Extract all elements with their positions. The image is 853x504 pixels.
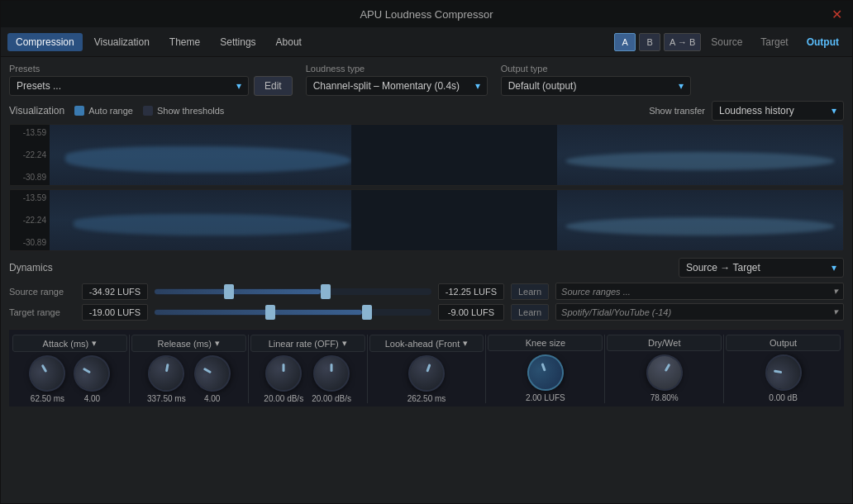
dry-wet-knob-1[interactable] — [640, 348, 689, 397]
linear-rate-knob-item-2: 20.00 dB/s — [312, 355, 351, 403]
waveform-bottom: -13.59 -22.24 -30.89 — [9, 189, 844, 251]
menu-bar: Compression Visualization Theme Settings… — [1, 27, 852, 57]
presets-select[interactable]: Presets ... ▾ — [9, 76, 249, 96]
show-thresholds-dot — [143, 106, 153, 116]
menu-item-settings[interactable]: Settings — [212, 33, 264, 51]
dry-wet-knob-row: 78.80% — [646, 354, 683, 402]
waveform-top-label-1: -13.59 — [13, 128, 46, 137]
knee-size-knob-row: 2.00 LUFS — [526, 354, 565, 402]
a-button[interactable]: A — [614, 33, 636, 51]
dynamics-mode-value: Source → Target — [686, 262, 760, 273]
dry-wet-knob-item-1: 78.80% — [646, 354, 683, 402]
knee-size-group: Knee size 2.00 LUFS — [488, 335, 603, 402]
menu-item-about[interactable]: About — [268, 33, 310, 51]
waveform-bottom-label-3: -30.89 — [13, 238, 46, 247]
target-ranges-select[interactable]: Spotify/Tidal/YouTube (-14) ▾ — [555, 303, 844, 321]
knee-size-value-1: 2.00 LUFS — [526, 393, 565, 402]
release-arrow-icon: ▾ — [215, 338, 220, 349]
output-knob-value-1: 0.00 dB — [769, 393, 797, 402]
source-range-slider[interactable] — [155, 288, 431, 295]
source-range-left-value[interactable]: -34.92 LUFS — [82, 283, 148, 300]
linear-rate-arrow-icon: ▾ — [342, 338, 347, 349]
source-range-right-value[interactable]: -12.25 LUFS — [438, 283, 504, 300]
dynamics-mode-select[interactable]: Source → Target ▾ — [679, 258, 844, 278]
target-range-left-value[interactable]: -19.00 LUFS — [82, 304, 148, 321]
attack-header[interactable]: Attack (ms) ▾ — [12, 335, 127, 352]
menu-item-theme[interactable]: Theme — [161, 33, 208, 51]
b-button[interactable]: B — [639, 33, 660, 51]
source-learn-button[interactable]: Learn — [511, 283, 549, 300]
auto-range-checkbox[interactable]: Auto range — [74, 106, 133, 116]
close-button[interactable]: ✕ — [832, 7, 842, 22]
source-ranges-placeholder: Source ranges ... — [561, 287, 631, 297]
loudness-history-value: Loudness history — [719, 105, 794, 116]
ab-arrow-button[interactable]: A → B — [664, 33, 701, 51]
waveform-bottom-labels: -13.59 -22.24 -30.89 — [10, 190, 50, 250]
linear-rate-knob-row: 20.00 dB/s 20.00 dB/s — [264, 355, 351, 403]
attack-knob-2[interactable] — [67, 349, 117, 398]
release-label: Release (ms) — [158, 339, 212, 349]
lookahead-knob-1[interactable] — [403, 350, 450, 397]
presets-arrow-icon: ▾ — [236, 80, 241, 92]
presets-label: Presets — [9, 64, 293, 74]
target-range-right-value[interactable]: -9.00 LUFS — [438, 304, 504, 321]
release-knob-2[interactable] — [188, 349, 237, 398]
target-button[interactable]: Target — [754, 35, 794, 50]
output-type-select[interactable]: Default (output) ▾ — [501, 76, 691, 96]
release-value-1: 337.50 ms — [147, 394, 186, 403]
release-header[interactable]: Release (ms) ▾ — [131, 335, 246, 352]
attack-knob-item-1: 62.50 ms — [29, 355, 65, 403]
waveform-bottom-label-2: -22.24 — [13, 216, 46, 225]
window-title: APU Loudness Compressor — [360, 8, 493, 21]
edit-button[interactable]: Edit — [254, 76, 293, 96]
top-controls: Presets Presets ... ▾ Edit Loudness type… — [9, 64, 844, 96]
output-type-group: Output type Default (output) ▾ — [501, 64, 691, 96]
menu-item-compression[interactable]: Compression — [7, 33, 83, 51]
source-button[interactable]: Source — [704, 35, 749, 50]
waveform-bottom-visual — [50, 190, 843, 250]
dry-wet-group: Dry/Wet 78.80% — [607, 335, 722, 402]
output-knob-1[interactable] — [762, 352, 804, 394]
dynamics-label: Dynamics — [9, 262, 53, 273]
target-range-slider[interactable] — [155, 309, 431, 316]
attack-knob-item-2: 4.00 — [74, 355, 110, 403]
source-ranges-select[interactable]: Source ranges ... ▾ — [555, 283, 844, 300]
target-learn-button[interactable]: Learn — [511, 304, 549, 321]
attack-group: Attack (ms) ▾ 62.50 ms 4.00 — [12, 335, 127, 403]
menu-item-visualization[interactable]: Visualization — [86, 33, 158, 51]
lookahead-label: Look-ahead (Front — [385, 339, 460, 349]
loudness-history-arrow-icon: ▾ — [832, 105, 836, 116]
knee-size-knob-item-1: 2.00 LUFS — [526, 354, 565, 402]
dynamics-header: Dynamics Source → Target ▾ — [9, 258, 844, 278]
waveform-top-label-3: -30.89 — [13, 173, 46, 182]
output-button[interactable]: Output — [800, 35, 846, 50]
show-thresholds-checkbox[interactable]: Show thresholds — [143, 106, 224, 116]
release-knob-item-2: 4.00 — [194, 355, 231, 403]
waveform-container: -13.59 -22.24 -30.89 — [9, 124, 844, 251]
target-range-label: Target range — [9, 307, 75, 317]
waveform-top-visual — [50, 125, 843, 185]
loudness-type-select[interactable]: Channel-split – Momentary (0.4s) ▾ — [306, 76, 488, 96]
visualization-label: Visualization — [9, 105, 64, 116]
source-ranges-arrow-icon: ▾ — [833, 286, 838, 297]
knee-size-knob-1[interactable] — [522, 349, 569, 396]
linear-rate-knob-2[interactable] — [313, 355, 350, 392]
waveform-top-label-2: -22.24 — [13, 150, 46, 159]
dry-wet-label: Dry/Wet — [648, 338, 681, 348]
lookahead-group: Look-ahead (Front ▾ 262.50 ms — [369, 335, 484, 403]
linear-rate-knob-1[interactable] — [265, 355, 302, 392]
attack-value-2: 4.00 — [84, 394, 100, 403]
knee-size-header: Knee size — [488, 335, 603, 351]
lookahead-header[interactable]: Look-ahead (Front ▾ — [369, 335, 484, 352]
attack-knob-1[interactable] — [22, 349, 72, 398]
presets-value: Presets ... — [17, 80, 61, 92]
release-knob-1[interactable] — [145, 353, 188, 395]
title-bar: APU Loudness Compressor ✕ — [1, 1, 852, 27]
loudness-history-select[interactable]: Loudness history ▾ — [712, 101, 844, 121]
app-window: APU Loudness Compressor ✕ Compression Vi… — [0, 0, 853, 504]
knee-size-label: Knee size — [526, 338, 565, 348]
release-knob-row: 337.50 ms 4.00 — [147, 355, 231, 403]
waveform-top: -13.59 -22.24 -30.89 — [9, 124, 844, 186]
loudness-type-label: Loudness type — [306, 64, 488, 74]
linear-rate-header[interactable]: Linear rate (OFF) ▾ — [250, 335, 365, 352]
